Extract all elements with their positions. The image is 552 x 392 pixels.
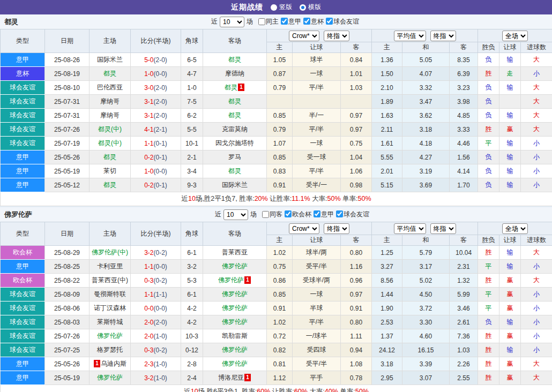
result-handicap-cell	[499, 95, 521, 109]
column-header: 日期	[45, 29, 89, 53]
odds-company-select[interactable]: Crow*	[289, 223, 319, 234]
result-wdl-cell: 负	[478, 95, 499, 109]
radio-icon[interactable]	[271, 4, 277, 11]
date-cell: 25-08-22	[45, 274, 89, 288]
radio-icon[interactable]	[300, 4, 306, 11]
red-card-badge: 1	[94, 360, 100, 367]
team-link: 佛罗伦萨	[222, 346, 248, 353]
league-cell: 球会友谊	[1, 329, 45, 343]
halftime-score: (1-0)	[154, 374, 167, 382]
team-link: 都灵	[103, 181, 116, 189]
odds-away-cell: 0.91	[341, 301, 372, 315]
halftime-score: (0-1)	[154, 154, 167, 161]
avg-away-cell: 3.33	[450, 123, 478, 137]
scope-select[interactable]: 全场	[502, 31, 528, 41]
fulltime-score: 3-2	[144, 249, 153, 257]
match-row: 意甲25-08-26国际米兰5-0(2-0)6-5都灵1.05球半0.841.3…	[1, 53, 552, 67]
avg-home-cell: 5.55	[372, 150, 402, 164]
match-row: 球会友谊25-07-25格罗瑟托0-3(0-2)0-12佛罗伦萨0.82受四球0…	[1, 343, 552, 357]
avg-company-select[interactable]: 平均值	[394, 223, 426, 234]
odds-away-cell: 1.11	[341, 329, 372, 343]
same-venue-checkbox[interactable]	[262, 211, 269, 218]
radio-label-vertical[interactable]: 竖版	[279, 3, 292, 12]
halftime-score: (2-0)	[154, 319, 167, 326]
match-count-select[interactable]: 10	[223, 209, 248, 220]
result-goals-cell: 小	[521, 315, 552, 329]
odds-handicap-cell: 一球	[293, 67, 341, 81]
league-cell: 欧会杯	[1, 246, 45, 260]
avg-stage-select[interactable]: 终指	[430, 31, 456, 41]
date-cell: 25-07-25	[45, 343, 89, 357]
corners-cell: 3-4	[181, 164, 203, 178]
away-team-cell: 克雷莫纳	[203, 123, 267, 137]
date-cell: 25-08-29	[45, 246, 89, 260]
odds-stage-select[interactable]: 终指	[324, 223, 349, 234]
avg-draw-cell: 4.18	[402, 137, 450, 150]
home-team-cell: 莱斯特城	[89, 315, 131, 329]
score-cell: 2-0(1-0)	[131, 329, 181, 343]
near-label: 近	[211, 17, 218, 26]
away-team-cell: 佛罗伦萨	[203, 301, 267, 315]
sub-column-header: 客	[450, 42, 478, 53]
fulltime-score: 1-0	[144, 168, 153, 175]
result-handicap-cell: 输	[499, 343, 521, 357]
avg-away-cell: 2.55	[450, 371, 478, 385]
league-cell: 意甲	[1, 260, 45, 274]
match-row: 意甲25-05-19佛罗伦萨3-2(1-0)2-4博洛尼亚11.12平手0.78…	[1, 371, 552, 385]
date-cell: 25-05-26	[45, 150, 89, 164]
near-label: 近	[215, 210, 221, 219]
league-filter-checkbox[interactable]	[281, 18, 288, 25]
league-cell: 意甲	[1, 164, 45, 178]
odds-company-select[interactable]: Crow*	[289, 31, 319, 41]
result-handicap-cell: 输	[499, 53, 521, 67]
team-link: 莱切	[103, 167, 116, 175]
team-link: 国际米兰	[222, 181, 248, 189]
odds-away-cell: 1.16	[341, 260, 372, 274]
summary-text: 场,胜2平1负7, 胜率:	[196, 195, 255, 202]
corners-cell: 2-4	[181, 371, 203, 385]
layout-radio-horizontal[interactable]: 横版	[300, 3, 321, 12]
league-filter-checkbox[interactable]	[326, 18, 333, 25]
dropdown-group: 平均值终指	[372, 222, 478, 235]
odds-handicap-cell: 平手	[293, 371, 341, 385]
avg-company-select[interactable]: 平均值	[394, 31, 426, 41]
date-cell: 25-07-26	[45, 123, 89, 137]
result-wdl-cell: 胜	[478, 246, 499, 260]
odds-home-cell: 0.79	[267, 81, 293, 95]
result-handicap-cell: 赢	[499, 123, 521, 137]
avg-stage-select[interactable]: 终指	[430, 223, 456, 234]
result-handicap-cell: 赢	[499, 357, 521, 371]
league-filter-checkbox[interactable]	[285, 210, 292, 217]
avg-home-cell: 3.18	[372, 357, 402, 371]
radio-label-horizontal[interactable]: 横版	[308, 3, 321, 12]
league-filter-checkbox[interactable]	[336, 210, 343, 217]
odds-handicap-cell: 平/半	[293, 123, 341, 137]
same-venue-checkbox[interactable]	[258, 18, 265, 25]
odds-away-cell: 0.97	[341, 123, 372, 137]
sub-column-header: 进球数	[521, 235, 552, 246]
team-link: 佛罗伦萨	[222, 304, 248, 312]
score-cell: 1-0(0-0)	[131, 67, 181, 81]
fulltime-score: 4-1	[144, 126, 153, 133]
odds-home-cell: 1.02	[267, 246, 293, 260]
match-row: 意杯25-08-19都灵1-0(0-0)4-7摩德纳0.87一球1.011.50…	[1, 67, 552, 81]
odds-stage-select[interactable]: 终指	[324, 31, 349, 41]
odds-away-cell: 1.01	[341, 67, 372, 81]
result-wdl-cell: 平	[478, 137, 499, 150]
league-filter-checkbox[interactable]	[303, 18, 310, 25]
league-filter-checkbox[interactable]	[314, 210, 320, 217]
layout-radio-vertical[interactable]: 竖版	[271, 3, 292, 12]
score-cell: 1-1(1-1)	[131, 288, 181, 301]
match-count-select[interactable]: 10	[220, 17, 244, 27]
match-row: 球会友谊25-07-19都灵(中)1-1(0-1)10-1因戈尔施塔特1.07一…	[1, 137, 552, 150]
result-handicap-cell: 赢	[499, 371, 521, 385]
league-cell: 意甲	[1, 371, 45, 385]
match-row: 意甲25-05-26都灵0-2(0-1)2-1罗马0.85受一球1.045.55…	[1, 150, 552, 164]
result-wdl-cell: 胜	[478, 274, 499, 288]
avg-away-cell: 4.85	[450, 109, 478, 123]
team-section-fiorentina: 佛罗伦萨 近 10 场 同客 欧会杯意甲球会友谊 类型日期主场比分(半场)角球客…	[0, 207, 552, 392]
result-wdl-cell: 胜	[478, 123, 499, 137]
scope-select[interactable]: 全场	[502, 223, 528, 234]
odds-away-cell: 0.97	[341, 109, 372, 123]
result-goals-cell: 大	[521, 81, 552, 95]
